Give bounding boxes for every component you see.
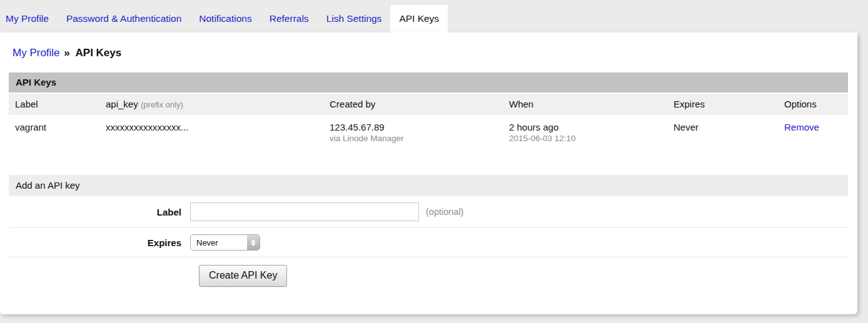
expires-field-row: Expires Never bbox=[9, 227, 848, 257]
table-header-row: Label api_key (prefix only) Created by W… bbox=[9, 94, 848, 115]
column-header-label: Label bbox=[9, 94, 99, 115]
expires-field-label: Expires bbox=[9, 237, 190, 248]
table-row: vagrant xxxxxxxxxxxxxxxx... 123.45.67.89… bbox=[9, 115, 848, 149]
column-header-expires: Expires bbox=[667, 94, 778, 115]
tab-referrals[interactable]: Referrals bbox=[261, 4, 318, 32]
add-api-key-section: Add an API key Label (optional) Expires … bbox=[9, 175, 848, 296]
cell-when: 2 hours ago 2015-06-03 12:10 bbox=[503, 115, 667, 149]
column-header-api-key: api_key (prefix only) bbox=[99, 94, 323, 115]
content-panel: My Profile » API Keys API Keys Label api… bbox=[0, 32, 857, 314]
when-absolute: 2015-06-03 12:10 bbox=[509, 134, 661, 143]
cell-key-label: vagrant bbox=[9, 115, 99, 149]
tab-my-profile[interactable]: My Profile bbox=[0, 4, 58, 32]
column-header-when: When bbox=[503, 94, 667, 115]
create-api-key-button[interactable]: Create API Key bbox=[199, 265, 287, 287]
label-field-label: Label bbox=[9, 207, 190, 217]
created-by-ip: 123.45.67.89 bbox=[330, 122, 497, 132]
when-relative: 2 hours ago bbox=[509, 122, 661, 132]
breadcrumb-my-profile-link[interactable]: My Profile bbox=[13, 47, 60, 59]
tab-password-authentication[interactable]: Password & Authentication bbox=[58, 4, 190, 32]
breadcrumb-separator: » bbox=[64, 47, 69, 59]
expires-select[interactable]: Never bbox=[190, 234, 260, 251]
api-keys-table-section: API Keys Label api_key (prefix only) Cre… bbox=[9, 72, 848, 149]
profile-tabbar: My Profile Password & Authentication Not… bbox=[0, 0, 868, 32]
api-keys-table: Label api_key (prefix only) Created by W… bbox=[9, 94, 848, 149]
tab-notifications[interactable]: Notifications bbox=[190, 4, 260, 32]
expires-selected-value: Never bbox=[191, 235, 247, 250]
created-by-via: via Linode Manager bbox=[330, 134, 497, 143]
cell-api-key-prefix: xxxxxxxxxxxxxxxx... bbox=[99, 115, 323, 149]
api-key-prefix-note: (prefix only) bbox=[141, 100, 183, 109]
column-header-created-by: Created by bbox=[323, 94, 503, 115]
select-stepper-icon bbox=[247, 235, 260, 250]
remove-link[interactable]: Remove bbox=[784, 122, 819, 132]
submit-row: Create API Key bbox=[9, 257, 848, 296]
cell-options: Remove bbox=[778, 115, 848, 149]
api-keys-table-title: API Keys bbox=[9, 72, 848, 92]
cell-expires: Never bbox=[667, 115, 778, 149]
label-field-row: Label (optional) bbox=[9, 196, 848, 227]
tab-api-keys[interactable]: API Keys bbox=[390, 4, 448, 32]
label-optional-note: (optional) bbox=[426, 207, 463, 217]
label-input[interactable] bbox=[190, 202, 419, 221]
cell-created-by: 123.45.67.89 via Linode Manager bbox=[323, 115, 503, 149]
tab-lish-settings[interactable]: Lish Settings bbox=[318, 4, 391, 32]
page-title: API Keys bbox=[76, 47, 122, 59]
add-api-key-title: Add an API key bbox=[9, 175, 848, 196]
column-header-options: Options bbox=[778, 94, 848, 115]
breadcrumb: My Profile » API Keys bbox=[0, 32, 857, 72]
